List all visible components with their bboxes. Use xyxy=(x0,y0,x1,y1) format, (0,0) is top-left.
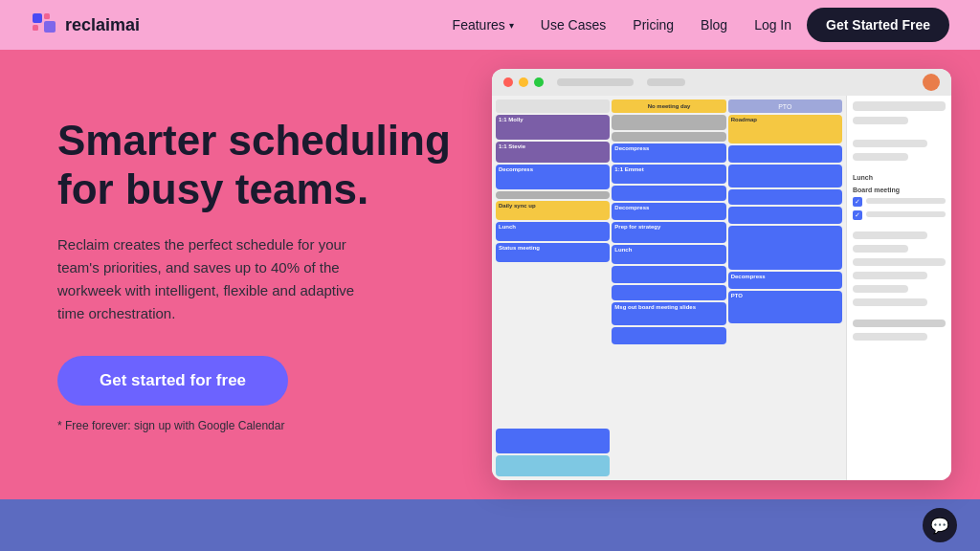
nav-blog-link[interactable]: Blog xyxy=(701,17,727,33)
hero-title: Smarter scheduling for busy teams. xyxy=(57,117,459,213)
window-close-dot xyxy=(503,77,513,87)
event-1-5: Daily sync up xyxy=(496,201,610,220)
event-3-3 xyxy=(728,165,842,187)
nav-cta-button[interactable]: Get Started Free xyxy=(807,8,949,42)
event-3-8: PTO xyxy=(728,291,842,323)
event-2-4: 1:1 Emmet xyxy=(612,165,725,184)
event-2-6: Decompress xyxy=(612,203,725,220)
rp-check-1: ✓ xyxy=(853,197,862,207)
calendar-col-2: No meeting day Decompress 1:1 Emmet Deco… xyxy=(612,99,725,476)
nav-login-link[interactable]: Log In xyxy=(754,17,791,33)
event-1-9 xyxy=(496,455,610,476)
nav-pricing-link[interactable]: Pricing xyxy=(633,17,674,33)
event-3-4 xyxy=(728,189,842,205)
footer: 💬 xyxy=(0,499,980,551)
chevron-down-icon: ▾ xyxy=(509,20,514,31)
window-maximize-dot xyxy=(534,77,544,87)
hero-free-note: * Free forever: sign up with Google Cale… xyxy=(57,419,459,432)
window-minimize-dot xyxy=(519,77,528,87)
event-2-8: Lunch xyxy=(612,245,725,264)
url-bar xyxy=(557,78,634,86)
hero-section: Smarter scheduling for busy teams. Recla… xyxy=(0,50,980,499)
hero-left-content: Smarter scheduling for busy teams. Recla… xyxy=(57,117,459,431)
hero-cta-button[interactable]: Get started for free xyxy=(57,356,288,406)
calendar-body: 1:1 Molly 1:1 Stevie Decompress Daily sy… xyxy=(492,96,951,480)
event-3-7: Decompress xyxy=(728,272,842,289)
logo-link[interactable]: reclaimai xyxy=(31,11,140,38)
rp-check-2: ✓ xyxy=(853,210,862,220)
event-2-12 xyxy=(612,327,725,344)
event-1-3: Decompress xyxy=(496,165,610,189)
url-bar-2 xyxy=(647,78,685,86)
event-1-7: Status meeting xyxy=(496,243,610,262)
svg-rect-3 xyxy=(44,21,56,33)
svg-rect-0 xyxy=(33,13,42,23)
chat-button[interactable]: 💬 xyxy=(923,508,957,542)
calendar-mockup: 1:1 Molly 1:1 Stevie Decompress Daily sy… xyxy=(492,69,951,480)
nav-use-cases-link[interactable]: Use Cases xyxy=(541,17,606,33)
logo-text: reclaimai xyxy=(65,15,140,35)
event-3-5 xyxy=(728,207,842,224)
rp-lunch-label: Lunch xyxy=(853,174,946,181)
event-3-2 xyxy=(728,145,842,163)
calendar-columns: 1:1 Molly 1:1 Stevie Decompress Daily sy… xyxy=(492,96,846,480)
event-2-2 xyxy=(612,132,725,142)
event-2-11: Msg out board meeting slides xyxy=(612,302,725,325)
event-2-9 xyxy=(612,266,725,283)
event-2-10 xyxy=(612,285,725,300)
svg-rect-1 xyxy=(44,13,50,19)
user-avatar xyxy=(923,74,940,91)
calendar-header xyxy=(492,69,951,96)
navbar: reclaimai Features ▾ Use Cases Pricing B… xyxy=(0,0,980,50)
hero-subtitle: Reclaim creates the perfect schedule for… xyxy=(57,233,364,325)
rp-board-label: Board meeting xyxy=(853,187,946,193)
event-3-1: Roadmap xyxy=(728,115,842,143)
event-3-6 xyxy=(728,226,842,270)
calendar-right-panel: Lunch Board meeting ✓ ✓ xyxy=(846,96,951,480)
event-1-2: 1:1 Stevie xyxy=(496,142,610,163)
event-1-8 xyxy=(496,429,610,453)
event-2-5 xyxy=(612,186,725,201)
event-1-1: 1:1 Molly xyxy=(496,115,610,140)
event-1-6: Lunch xyxy=(496,222,610,241)
calendar-col-1: 1:1 Molly 1:1 Stevie Decompress Daily sy… xyxy=(496,99,610,476)
calendar-col-3: PTO Roadmap Decompress PTO xyxy=(728,99,842,476)
chat-icon: 💬 xyxy=(930,517,949,535)
event-2-3: Decompress xyxy=(612,143,725,163)
nav-features-link[interactable]: Features ▾ xyxy=(453,17,514,33)
svg-rect-2 xyxy=(33,25,38,31)
event-1-4 xyxy=(496,191,610,199)
event-2-1 xyxy=(612,115,725,130)
event-2-7: Prep for strategy xyxy=(612,222,725,243)
logo-icon xyxy=(31,11,57,38)
